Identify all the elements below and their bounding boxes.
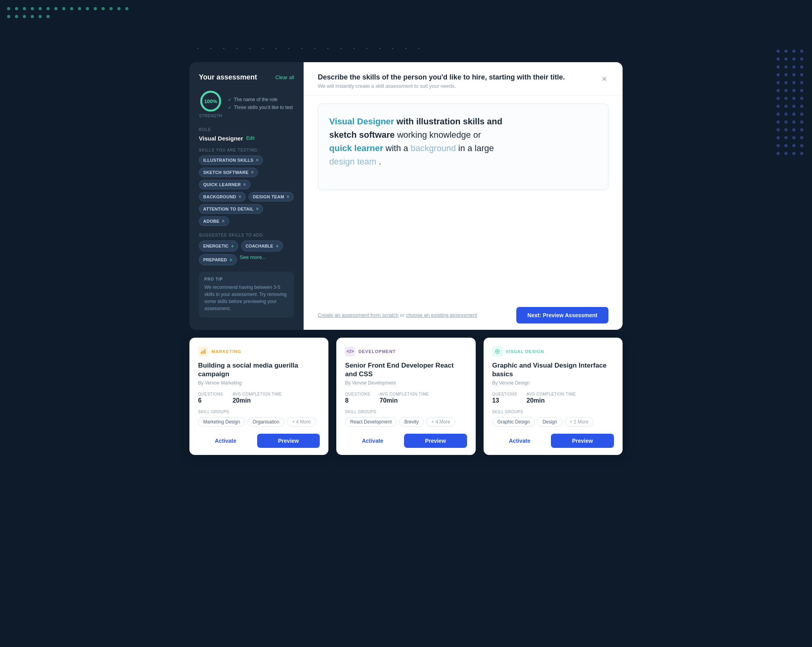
svg-point-39 [792,65,795,68]
create-from-scratch-link[interactable]: Create an assessment from scratch [318,312,399,318]
skill-tag-sketch[interactable]: SKETCH SOFTWARE × [199,168,258,177]
check-icon-1: ✓ [228,97,232,102]
skill-group-tags-visual-design: Graphic Design Design + 2 More [492,417,614,427]
add-prepared-icon: + [229,257,232,263]
card-category-visual-design: VISUAL DESIGN [492,346,614,357]
strength-circle: 100% [199,89,222,113]
svg-rect-4 [204,349,206,354]
visual-design-icon [492,346,502,357]
rich-text-design-team: design team [329,157,376,166]
skill-groups-label-marketing: SKILL GROUPS [198,410,320,414]
svg-point-7 [7,7,10,10]
skill-tag-adobe[interactable]: ADOBE × [199,216,229,226]
add-coachable-icon: + [276,243,279,249]
remove-design-team-icon[interactable]: × [287,194,289,199]
close-button[interactable]: × [600,73,608,85]
svg-point-6 [497,351,498,352]
rich-text-working: working knowledge or [397,130,481,140]
pro-tip-text: We recommend having between 3-5 skills i… [204,284,289,312]
remove-quick-learner-icon[interactable]: × [243,182,246,187]
svg-point-8 [15,7,18,10]
text-display-area[interactable]: Visual Designer with illustration skills… [318,104,608,190]
skill-tag-design-team[interactable]: DESIGN TEAM × [248,192,294,201]
svg-point-26 [31,15,34,18]
stat-time-visual-design: AVG COMPLETION TIME 20min [527,392,576,404]
more-tag-marketing[interactable]: + 4 More [287,417,316,427]
svg-point-69 [777,128,780,131]
next-preview-button[interactable]: Next: Preview Assessment [516,307,608,324]
svg-point-49 [777,89,780,92]
card-author-development: By Vervoe Development [345,380,467,386]
svg-point-42 [784,73,788,76]
svg-point-15 [70,7,73,10]
svg-point-78 [784,144,788,147]
edit-role-link[interactable]: Edit [246,135,254,141]
activate-marketing-button[interactable]: Activate [198,434,253,448]
role-name: Visual Designer [199,135,243,142]
stat-time-development: AVG COMPLETION TIME 70min [380,392,429,404]
suggested-coachable[interactable]: COACHABLE + [241,240,283,251]
check-icon-2: ✓ [228,105,232,110]
activate-visual-design-button[interactable]: Activate [492,434,547,448]
more-tag-visual-design[interactable]: + 2 More [565,417,594,427]
svg-point-21 [117,7,121,10]
svg-point-48 [800,81,803,84]
top-dots: // will be rendered via inline [4,4,130,28]
svg-point-60 [800,105,803,108]
development-icon: </> [345,346,355,357]
svg-point-72 [800,128,803,131]
suggested-energetic[interactable]: ENERGETIC + [199,240,238,251]
card-visual-design: VISUAL DESIGN Graphic and Visual Design … [484,338,623,455]
svg-point-83 [792,152,795,155]
development-category-label: DEVELOPMENT [358,349,396,354]
remove-background-icon[interactable]: × [239,194,241,199]
remove-adobe-icon[interactable]: × [222,219,224,224]
preview-visual-design-button[interactable]: Preview [551,434,614,448]
svg-point-10 [31,7,34,10]
rich-text-visual-designer: Visual Designer [329,116,394,126]
activate-development-button[interactable]: Activate [345,434,400,448]
svg-point-62 [784,113,788,116]
rich-text-quick-learner: quick learner [329,143,383,153]
suggested-prepared[interactable]: PREPARED + [199,254,237,265]
sidebar: Your assessment Clear all 100% STRENGTH [189,62,304,330]
svg-point-20 [109,7,113,10]
rich-text-with-illustration: with illustration skills and [397,116,502,126]
right-side-dots [774,47,806,159]
rich-text-sketch: sketch software [329,130,395,140]
svg-point-11 [39,7,42,10]
footer-links: Create an assessment from scratch or cho… [318,312,477,318]
remove-illustration-icon[interactable]: × [256,158,259,163]
svg-point-38 [784,65,788,68]
svg-point-59 [792,105,795,108]
svg-point-45 [777,81,780,84]
footer-or: or [400,312,406,318]
skill-tag-quick-learner[interactable]: QUICK LEARNER × [199,180,250,189]
svg-point-74 [784,136,788,139]
preview-marketing-button[interactable]: Preview [257,434,320,448]
svg-point-28 [46,15,50,18]
skill-tag-illustration[interactable]: ILLUSTRATION SKILLS × [199,155,263,165]
clear-all-button[interactable]: Clear all [275,74,294,80]
more-tag-development[interactable]: + 4 More [426,417,455,427]
svg-point-37 [777,65,780,68]
sidebar-header: Your assessment Clear all [199,73,294,81]
svg-point-73 [777,136,780,139]
see-more-link[interactable]: See more... [240,254,266,265]
pro-tip-label: PRO TIP [204,277,289,281]
remove-attention-icon[interactable]: × [256,207,259,211]
choose-existing-link[interactable]: choose an existing assessment [406,312,477,318]
preview-development-button[interactable]: Preview [404,434,467,448]
top-left-dots: // dots rendered inline [6,6,132,21]
svg-point-77 [777,144,780,147]
svg-point-41 [777,73,780,76]
skill-group-tags-marketing: Marketing Design Organisation + 4 More [198,417,320,427]
modal-header: Describe the skills of the person you'd … [304,62,623,96]
remove-sketch-icon[interactable]: × [251,170,254,175]
svg-point-70 [784,128,788,131]
skill-tag-attention[interactable]: ATTENTION TO DETAIL × [199,204,263,214]
skill-tag-background[interactable]: BACKGROUND × [199,192,246,201]
svg-point-47 [792,81,795,84]
svg-point-16 [78,7,81,10]
skill-groups-label-development: SKILL GROUPS [345,410,467,414]
